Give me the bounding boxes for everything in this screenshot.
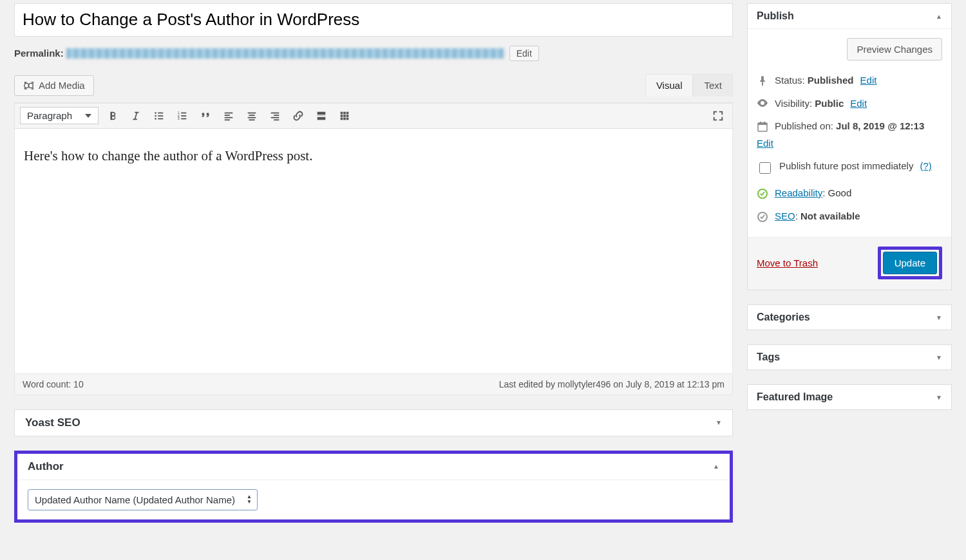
author-panel-title: Author (28, 460, 64, 473)
fullscreen-button[interactable] (709, 107, 727, 125)
bold-button[interactable] (104, 107, 122, 125)
seo-link[interactable]: SEO (775, 210, 795, 221)
align-left-icon (223, 110, 234, 122)
svg-point-6 (155, 118, 156, 120)
author-select-value: Updated Author Name (Updated Author Name… (35, 494, 235, 505)
tab-text[interactable]: Text (693, 74, 733, 97)
svg-rect-21 (249, 119, 255, 120)
svg-rect-40 (760, 122, 761, 124)
link-button[interactable] (289, 107, 307, 125)
chevron-down-icon: ▼ (936, 394, 942, 401)
yoast-seo-panel-header[interactable]: Yoast SEO ▼ (15, 410, 732, 436)
permalink-edit-button[interactable]: Edit (509, 46, 539, 61)
seo-text: SEO: Not available (775, 210, 860, 221)
svg-rect-5 (158, 115, 163, 117)
status-edit-link[interactable]: Edit (860, 75, 877, 86)
fullscreen-icon (712, 110, 724, 122)
publish-future-help-link[interactable]: (?) (920, 160, 931, 171)
svg-rect-26 (317, 111, 326, 115)
quote-button[interactable] (196, 107, 214, 125)
readmore-button[interactable] (312, 107, 330, 125)
publish-future-checkbox[interactable] (759, 162, 771, 174)
chevron-down-icon: ▼ (936, 354, 942, 361)
chevron-down-icon: ▼ (936, 314, 942, 321)
svg-rect-17 (225, 119, 230, 120)
svg-point-4 (155, 115, 156, 117)
italic-button[interactable] (127, 107, 145, 125)
published-text: Published on: Jul 8, 2019 @ 12:13 (775, 120, 924, 131)
svg-rect-34 (346, 115, 349, 117)
tab-visual[interactable]: Visual (645, 74, 694, 97)
word-count: Word count: 10 (23, 379, 84, 389)
bullet-list-icon (153, 110, 165, 122)
media-icon (23, 80, 35, 91)
permalink-label: Permalink: (14, 48, 64, 59)
readmore-icon (316, 110, 327, 122)
categories-panel-header[interactable]: Categories ▼ (748, 305, 951, 330)
visibility-edit-link[interactable]: Edit (850, 98, 867, 109)
toolbar-toggle-icon (339, 110, 350, 122)
add-media-button[interactable]: Add Media (14, 75, 94, 96)
chevron-up-icon: ▲ (936, 13, 942, 20)
align-center-icon (246, 110, 258, 122)
published-edit-link[interactable]: Edit (757, 138, 773, 149)
editor-toolbar: Paragraph 123 (15, 103, 732, 129)
bullet-list-button[interactable] (150, 107, 168, 125)
move-to-trash-link[interactable]: Move to Trash (757, 257, 818, 268)
svg-rect-19 (249, 115, 255, 116)
chevron-up-icon: ▲ (713, 463, 719, 470)
numbered-list-button[interactable]: 123 (173, 107, 191, 125)
editor-content[interactable]: Here's how to change the author of a Wor… (15, 129, 732, 373)
svg-rect-25 (274, 119, 279, 120)
calendar-icon (757, 120, 768, 132)
pin-icon (757, 75, 768, 86)
svg-rect-35 (341, 117, 343, 120)
author-select[interactable]: Updated Author Name (Updated Author Name… (28, 489, 258, 510)
readability-text: Readability: Good (775, 187, 851, 198)
readability-link[interactable]: Readability (775, 187, 822, 198)
status-text: Status: Published (775, 75, 854, 86)
align-center-button[interactable] (243, 107, 261, 125)
tags-panel-header[interactable]: Tags ▼ (748, 345, 951, 369)
svg-rect-28 (317, 117, 326, 120)
author-panel-header[interactable]: Author ▲ (17, 454, 730, 480)
svg-rect-36 (343, 117, 346, 120)
svg-rect-30 (343, 111, 346, 114)
svg-rect-22 (271, 112, 279, 113)
yoast-seo-title: Yoast SEO (25, 416, 80, 429)
svg-rect-20 (248, 117, 256, 118)
svg-rect-27 (317, 115, 326, 116)
svg-rect-33 (343, 115, 346, 117)
svg-rect-37 (346, 117, 349, 120)
svg-rect-23 (274, 115, 279, 116)
svg-rect-24 (271, 117, 279, 118)
svg-rect-7 (158, 118, 163, 119)
chevron-down-icon: ▼ (715, 419, 722, 426)
permalink-row: Permalink: Edit (14, 46, 733, 61)
tags-title: Tags (757, 351, 780, 363)
select-chevrons-icon: ▲▼ (247, 494, 252, 505)
post-title-input[interactable] (14, 3, 733, 37)
align-right-button[interactable] (266, 107, 284, 125)
yoast-seo-icon (757, 210, 768, 222)
preview-changes-button[interactable]: Preview Changes (847, 38, 942, 61)
svg-rect-9 (181, 112, 186, 113)
eye-icon (757, 98, 768, 107)
publish-title: Publish (757, 10, 794, 22)
svg-rect-14 (225, 112, 233, 113)
featured-image-title: Featured Image (757, 391, 833, 403)
svg-rect-31 (346, 111, 349, 114)
align-left-button[interactable] (220, 107, 238, 125)
svg-rect-16 (225, 117, 233, 118)
format-select[interactable]: Paragraph (20, 107, 99, 124)
svg-point-2 (155, 112, 156, 114)
toolbar-toggle-button[interactable] (336, 107, 354, 125)
update-button[interactable]: Update (883, 252, 937, 274)
svg-rect-39 (758, 123, 767, 125)
featured-image-panel-header[interactable]: Featured Image ▼ (748, 385, 951, 409)
publish-panel-header[interactable]: Publish ▲ (748, 4, 951, 29)
svg-rect-15 (225, 115, 230, 116)
svg-rect-11 (181, 115, 186, 117)
svg-rect-18 (248, 112, 256, 113)
svg-rect-13 (181, 118, 186, 119)
